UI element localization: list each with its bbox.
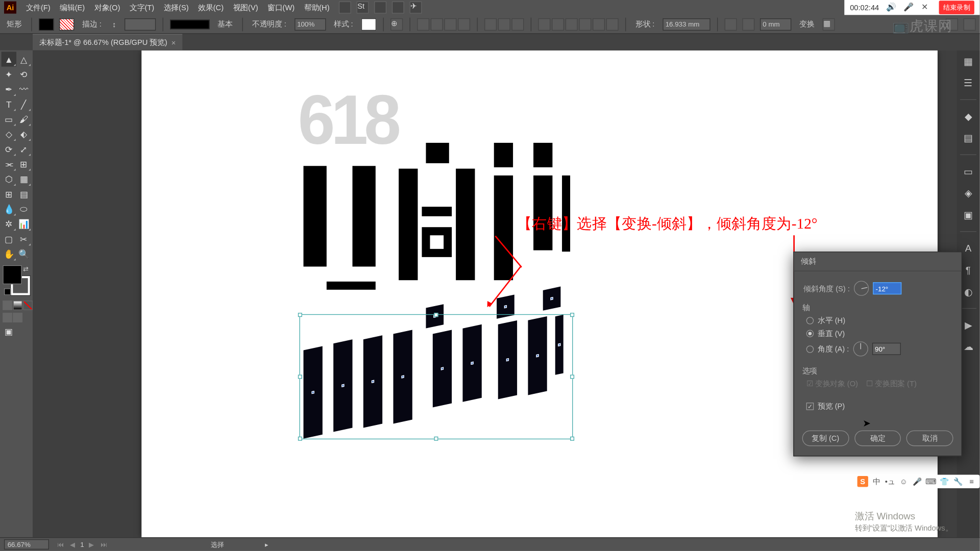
ime-kb-icon[interactable]: ⌨ (925, 476, 936, 487)
zoom-input[interactable]: 66.67% (4, 539, 49, 549)
stroke-arrow-icon[interactable]: ↕ (110, 19, 119, 29)
copy-button[interactable]: 复制 (C) (802, 431, 849, 446)
tool-direct-select[interactable]: △ (16, 52, 31, 66)
menu-view[interactable]: 视图(V) (229, 1, 262, 14)
preview-checkbox[interactable]: ✓预览 (P) (802, 401, 953, 411)
tool-magic-wand[interactable]: ✦ (2, 67, 16, 82)
align-icon-3[interactable] (444, 18, 456, 30)
tool-line[interactable]: ╱ (16, 96, 31, 111)
sheared-selection[interactable] (300, 309, 573, 439)
transform-label[interactable]: 变换 (797, 18, 817, 30)
nav-last-icon[interactable]: ⏭ (99, 541, 109, 548)
recorder-mic-icon[interactable]: 🎤 (903, 2, 914, 13)
tool-curvature[interactable]: 〰 (16, 82, 31, 96)
menu-icon-2[interactable]: St (357, 2, 369, 14)
tool-pen[interactable]: ✒ (2, 82, 16, 96)
ime-cn[interactable]: 中 (871, 476, 881, 487)
opt-icon-x2[interactable] (742, 18, 754, 30)
document-tab[interactable]: 未标题-1* @ 66.67% (RGB/GPU 预览) × (33, 34, 183, 51)
ok-button[interactable]: 确定 (854, 431, 901, 446)
ime-sogou-icon[interactable]: S (857, 476, 868, 487)
tool-hand[interactable]: ✋ (2, 246, 16, 261)
tool-gradient[interactable]: ▤ (16, 186, 31, 201)
menu-object[interactable]: 对象(O) (90, 1, 125, 14)
dist-icon-2[interactable] (552, 18, 564, 30)
menu-effect[interactable]: 效果(C) (194, 1, 228, 14)
dist-icon-1[interactable] (538, 18, 550, 30)
valign-icon-1[interactable] (484, 18, 497, 30)
panel-icon-color[interactable]: ◆ (960, 108, 976, 124)
dist-icon-6[interactable] (606, 18, 619, 30)
menu-select[interactable]: 选择(S) (160, 1, 193, 14)
panel-icon-brushes[interactable]: ▭ (960, 163, 976, 180)
tool-free-transform[interactable]: ⊞ (16, 157, 31, 171)
tool-graph[interactable]: 📊 (16, 216, 31, 231)
dist-icon-4[interactable] (579, 18, 591, 30)
menu-help[interactable]: 帮助(H) (300, 1, 334, 14)
opt-icon-x1[interactable] (725, 18, 737, 30)
panel-icon-artboards[interactable]: ▣ (960, 207, 976, 223)
nav-next-icon[interactable]: ▶ (87, 541, 96, 548)
tool-rotate[interactable]: ⟳ (2, 141, 16, 156)
panel-icon-type[interactable]: A (960, 240, 976, 257)
panel-icon-layers[interactable]: ◈ (960, 185, 976, 202)
tool-mesh[interactable]: ⊞ (2, 186, 16, 201)
panel-icon-properties[interactable]: ▦ (960, 53, 976, 69)
panel-icon-libraries[interactable]: ☰ (960, 75, 976, 91)
menu-window[interactable]: 窗口(W) (263, 1, 299, 14)
recorder-close-icon[interactable]: ✕ (921, 2, 932, 13)
ime-emoji-icon[interactable]: ☺ (898, 476, 909, 487)
tool-perspective[interactable]: ▦ (16, 171, 31, 186)
menu-icon-1[interactable] (339, 2, 351, 14)
menu-edit[interactable]: 编辑(E) (56, 1, 89, 14)
dist-icon-5[interactable] (593, 18, 605, 30)
tool-eraser[interactable]: ⬖ (16, 127, 31, 141)
valign-icon-3[interactable] (511, 18, 524, 30)
tool-selection[interactable]: ▲ (2, 52, 16, 66)
align-icon-1[interactable] (417, 18, 429, 30)
tool-zoom[interactable]: 🔍 (16, 246, 31, 261)
angle2-input[interactable] (872, 343, 901, 355)
tool-width[interactable]: ⫘ (2, 157, 16, 171)
radio-vertical[interactable]: 垂直 (V) (802, 329, 953, 339)
tool-scale[interactable]: ⤢ (16, 141, 31, 156)
align-icon-2[interactable] (431, 18, 443, 30)
fill-swatch[interactable] (39, 18, 54, 30)
opacity-input[interactable]: 100% (295, 18, 326, 30)
ime-menu-icon[interactable]: ≡ (966, 476, 977, 487)
nav-prev-icon[interactable]: ◀ (68, 541, 78, 548)
panel-icon-paragraph[interactable]: ¶ (960, 262, 976, 278)
panel-icon-play[interactable]: ▶ (960, 317, 976, 333)
tool-slice[interactable]: ✂ (16, 231, 31, 246)
style-swatch[interactable] (361, 18, 376, 30)
tool-shaper[interactable]: ◇ (2, 127, 16, 141)
fill-stroke-control[interactable]: ⇄ (3, 265, 30, 295)
tool-lasso[interactable]: ⟲ (16, 67, 31, 82)
tab-close-icon[interactable]: × (172, 38, 176, 46)
panel-icon-swatches[interactable]: ▤ (960, 130, 976, 146)
angle2-dial[interactable] (853, 341, 868, 356)
panel-icon-appearance[interactable]: ◐ (960, 284, 976, 300)
menu-file[interactable]: 文件(F) (22, 1, 55, 14)
nav-first-icon[interactable]: ⏮ (56, 541, 65, 548)
stroke-style-preview[interactable] (170, 19, 209, 29)
fill-color[interactable] (3, 265, 21, 284)
mode-none[interactable] (23, 300, 33, 310)
tool-eyedropper[interactable]: 💧 (2, 202, 16, 216)
mode-color[interactable] (3, 300, 12, 310)
menu-icon-3[interactable] (375, 2, 387, 14)
mode-gradient[interactable] (13, 300, 22, 310)
recorder-vol-icon[interactable]: 🔊 (886, 2, 897, 13)
tool-paintbrush[interactable]: 🖌 (16, 112, 31, 127)
menu-icon-5[interactable]: ✈ (410, 2, 422, 14)
angle-dial[interactable] (854, 281, 869, 296)
stroke-weight-input[interactable] (124, 18, 155, 30)
ime-punct-icon[interactable]: •ュ (885, 476, 895, 487)
stroke-swatch[interactable] (59, 18, 74, 30)
dist-icon-3[interactable] (566, 18, 578, 30)
recorder-stop-button[interactable]: 结束录制 (939, 1, 974, 14)
screen-mode-1[interactable] (3, 313, 12, 322)
shear-angle-input[interactable] (873, 282, 901, 294)
align-icon-4[interactable] (458, 18, 470, 30)
panel-icon-cc[interactable]: ☁ (960, 339, 976, 355)
